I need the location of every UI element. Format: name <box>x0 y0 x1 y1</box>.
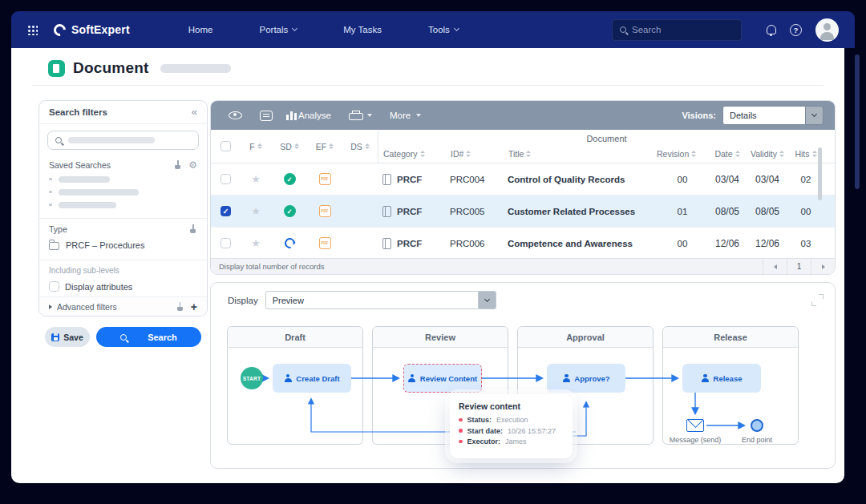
save-button-label: Save <box>63 333 83 342</box>
display-dropdown-button[interactable] <box>479 291 496 309</box>
pagination: 1 <box>763 259 835 274</box>
column-ef[interactable]: EF <box>316 142 326 151</box>
type-value-item[interactable]: PRCF – Procedures <box>49 240 197 250</box>
bullet-icon <box>459 440 463 444</box>
previous-page-button[interactable] <box>763 259 787 274</box>
sort-icon[interactable] <box>466 151 471 157</box>
sort-icon[interactable] <box>294 143 299 150</box>
saved-search-item[interactable] <box>49 189 197 196</box>
task-create-draft[interactable]: Create Draft <box>273 364 351 393</box>
column-id[interactable]: ID# <box>451 149 463 159</box>
sort-icon[interactable] <box>365 143 370 150</box>
task-approve-label: Approve? <box>574 374 609 383</box>
task-release[interactable]: Release <box>682 364 761 393</box>
chevron-down-icon <box>416 114 421 117</box>
global-search-input[interactable]: Search <box>612 19 742 41</box>
favorite-star-icon[interactable] <box>251 205 261 217</box>
save-button[interactable]: Save <box>45 327 90 347</box>
brand-name: SoftExpert <box>71 23 130 36</box>
table-row-selected[interactable]: PRCF PRC005 Customer Related Processes 0… <box>211 196 835 228</box>
column-date[interactable]: Date <box>714 149 732 159</box>
message-send-icon[interactable] <box>686 419 704 432</box>
sort-icon[interactable] <box>526 151 531 157</box>
next-page-button[interactable] <box>811 259 835 274</box>
column-validity[interactable]: Validity <box>751 149 777 159</box>
favorite-star-icon[interactable] <box>251 173 261 185</box>
column-title[interactable]: Title <box>508 149 524 159</box>
sort-icon[interactable] <box>779 151 784 157</box>
visions-dropdown-button[interactable] <box>806 106 824 125</box>
row-checkbox[interactable] <box>221 238 231 248</box>
column-f[interactable]: F <box>249 142 254 151</box>
table-row[interactable]: PRCF PRC004 Control of Quality Records 0… <box>211 163 835 196</box>
tooltip-status-label: Status: <box>467 416 492 424</box>
search-button[interactable]: Search <box>96 327 201 347</box>
sort-icon[interactable] <box>329 143 334 150</box>
saved-search-item[interactable] <box>49 202 197 208</box>
search-icon <box>55 137 62 143</box>
notifications-bell-icon[interactable] <box>767 25 776 34</box>
electronic-file-icon[interactable] <box>319 237 331 249</box>
start-node[interactable]: START <box>241 367 263 389</box>
table-row[interactable]: PRCF PRC006 Competence and Awareness 00 … <box>211 228 835 260</box>
end-point-node[interactable] <box>751 420 763 431</box>
end-point-label: End point <box>729 436 785 444</box>
print-button[interactable] <box>349 111 372 120</box>
tooltip-start-date-value: 10/26 15:57:27 <box>508 427 556 435</box>
table-scrollbar[interactable] <box>818 147 822 200</box>
page-content: Document Search filters Saved Searches <box>11 48 844 483</box>
search-placeholder-skeleton <box>68 137 155 143</box>
column-revision[interactable]: Revision <box>657 149 689 159</box>
more-button[interactable]: More <box>390 111 421 120</box>
clear-icon[interactable] <box>173 160 182 169</box>
saved-search-skeleton <box>59 202 116 208</box>
sort-icon[interactable] <box>812 151 817 157</box>
sort-icon[interactable] <box>257 143 262 150</box>
row-checkbox[interactable] <box>221 174 231 184</box>
type-label: Type <box>49 224 67 234</box>
column-category[interactable]: Category <box>383 149 418 159</box>
clear-icon[interactable] <box>188 224 197 233</box>
fullscreen-icon[interactable] <box>811 294 824 306</box>
details-panel-icon[interactable] <box>260 111 273 121</box>
task-approve[interactable]: Approve? <box>547 364 625 393</box>
display-attributes-option[interactable]: Display attributes <box>49 281 197 292</box>
help-icon[interactable] <box>790 24 802 36</box>
nav-tools[interactable]: Tools <box>405 25 482 34</box>
advanced-filters-toggle[interactable]: Advanced filters <box>49 302 117 312</box>
favorite-star-icon[interactable] <box>251 237 261 249</box>
nav-home[interactable]: Home <box>165 25 237 34</box>
collapse-panel-icon[interactable] <box>192 106 197 118</box>
visions-select[interactable]: Details <box>722 106 824 125</box>
add-filter-icon[interactable] <box>191 301 197 312</box>
saved-search-item[interactable] <box>49 176 197 183</box>
sort-icon[interactable] <box>420 151 425 157</box>
window-scrollbar[interactable] <box>855 54 860 189</box>
analyse-button[interactable]: Analyse <box>290 111 331 120</box>
clear-icon[interactable] <box>176 302 184 311</box>
electronic-file-icon[interactable] <box>319 173 331 185</box>
row-checkbox-checked[interactable] <box>221 206 231 216</box>
filter-search-input[interactable] <box>47 131 199 150</box>
view-icon[interactable] <box>229 111 242 119</box>
sort-icon[interactable] <box>735 151 740 157</box>
column-ds[interactable]: DS <box>350 142 362 151</box>
user-avatar[interactable] <box>815 18 839 42</box>
display-select[interactable]: Preview <box>265 291 496 309</box>
app-grid-icon[interactable] <box>27 25 38 35</box>
electronic-file-icon[interactable] <box>319 205 331 217</box>
person-icon <box>284 374 292 382</box>
task-review-content[interactable]: Review Content <box>403 364 482 393</box>
column-sd[interactable]: SD <box>280 142 292 151</box>
sort-icon[interactable] <box>691 151 696 157</box>
gear-icon[interactable] <box>188 160 197 170</box>
nav-portals[interactable]: Portals <box>236 25 320 34</box>
total-records-link[interactable]: Display total number of records <box>211 262 324 271</box>
tooltip-title: Review content <box>459 401 564 411</box>
nav-my-tasks[interactable]: My Tasks <box>320 25 405 34</box>
column-hits[interactable]: Hits <box>795 149 809 159</box>
select-all-checkbox[interactable] <box>221 141 231 151</box>
message-send-label: Message (send) <box>655 436 735 444</box>
display-attributes-checkbox[interactable] <box>49 281 59 292</box>
brand-logo[interactable]: SoftExpert <box>54 23 130 36</box>
